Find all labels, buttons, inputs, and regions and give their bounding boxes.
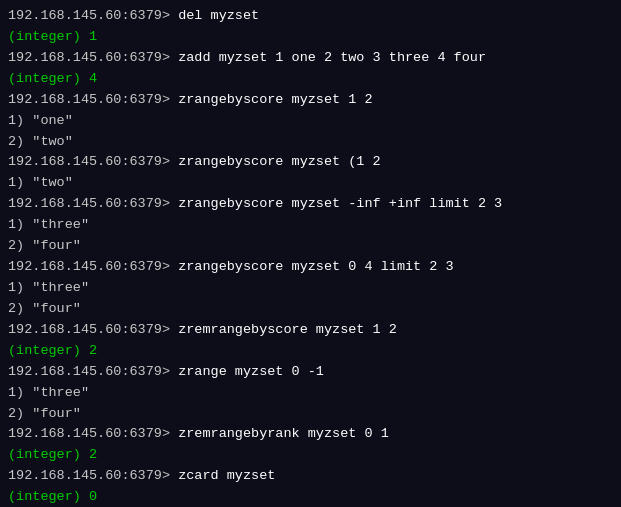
result-text: 1) "three": [8, 217, 89, 232]
command-text: zcard myzset: [178, 468, 275, 483]
prompt-text: 192.168.145.60:6379>: [8, 196, 178, 211]
result-text: (integer) 0: [8, 489, 97, 504]
prompt-text: 192.168.145.60:6379>: [8, 8, 178, 23]
result-text: (integer) 2: [8, 447, 97, 462]
terminal: 192.168.145.60:6379> del myzset(integer)…: [0, 0, 621, 507]
terminal-line: 192.168.145.60:6379> zrangebyscore myzse…: [8, 194, 613, 215]
result-text: 1) "one": [8, 113, 73, 128]
terminal-line: 2) "two": [8, 132, 613, 153]
terminal-line: 192.168.145.60:6379> zrangebyscore myzse…: [8, 152, 613, 173]
command-text: zrangebyscore myzset 0 4 limit 2 3: [178, 259, 453, 274]
terminal-line: 192.168.145.60:6379> zcard myzset: [8, 466, 613, 487]
command-text: zadd myzset 1 one 2 two 3 three 4 four: [178, 50, 486, 65]
terminal-line: 2) "four": [8, 404, 613, 425]
result-text: (integer) 2: [8, 343, 97, 358]
result-text: 1) "two": [8, 175, 73, 190]
terminal-line: 1) "three": [8, 215, 613, 236]
command-text: zrangebyscore myzset 1 2: [178, 92, 372, 107]
command-text: del myzset: [178, 8, 259, 23]
result-text: (integer) 1: [8, 29, 97, 44]
prompt-text: 192.168.145.60:6379>: [8, 154, 178, 169]
command-text: zrangebyscore myzset -inf +inf limit 2 3: [178, 196, 502, 211]
terminal-line: 192.168.145.60:6379> del myzset: [8, 6, 613, 27]
prompt-text: 192.168.145.60:6379>: [8, 92, 178, 107]
prompt-text: 192.168.145.60:6379>: [8, 322, 178, 337]
terminal-line: 1) "three": [8, 278, 613, 299]
terminal-line: 2) "four": [8, 236, 613, 257]
terminal-line: (integer) 1: [8, 27, 613, 48]
terminal-line: 192.168.145.60:6379> zrangebyscore myzse…: [8, 257, 613, 278]
terminal-line: 1) "two": [8, 173, 613, 194]
prompt-text: 192.168.145.60:6379>: [8, 468, 178, 483]
terminal-line: 1) "three": [8, 383, 613, 404]
result-text: 2) "four": [8, 301, 81, 316]
result-text: 2) "four": [8, 406, 81, 421]
terminal-line: 1) "one": [8, 111, 613, 132]
terminal-line: (integer) 4: [8, 69, 613, 90]
terminal-line: 192.168.145.60:6379> zremrangebyrank myz…: [8, 424, 613, 445]
terminal-line: (integer) 2: [8, 341, 613, 362]
result-text: 1) "three": [8, 385, 89, 400]
terminal-line: 2) "four": [8, 299, 613, 320]
result-text: 2) "four": [8, 238, 81, 253]
terminal-line: (integer) 0: [8, 487, 613, 507]
result-text: 2) "two": [8, 134, 73, 149]
result-text: (integer) 4: [8, 71, 97, 86]
terminal-line: 192.168.145.60:6379> zremrangebyscore my…: [8, 320, 613, 341]
result-text: 1) "three": [8, 280, 89, 295]
command-text: zremrangebyrank myzset 0 1: [178, 426, 389, 441]
command-text: zrange myzset 0 -1: [178, 364, 324, 379]
prompt-text: 192.168.145.60:6379>: [8, 259, 178, 274]
command-text: zrangebyscore myzset (1 2: [178, 154, 381, 169]
terminal-line: 192.168.145.60:6379> zadd myzset 1 one 2…: [8, 48, 613, 69]
terminal-line: 192.168.145.60:6379> zrange myzset 0 -1: [8, 362, 613, 383]
terminal-line: 192.168.145.60:6379> zrangebyscore myzse…: [8, 90, 613, 111]
command-text: zremrangebyscore myzset 1 2: [178, 322, 397, 337]
prompt-text: 192.168.145.60:6379>: [8, 50, 178, 65]
terminal-line: (integer) 2: [8, 445, 613, 466]
prompt-text: 192.168.145.60:6379>: [8, 426, 178, 441]
prompt-text: 192.168.145.60:6379>: [8, 364, 178, 379]
